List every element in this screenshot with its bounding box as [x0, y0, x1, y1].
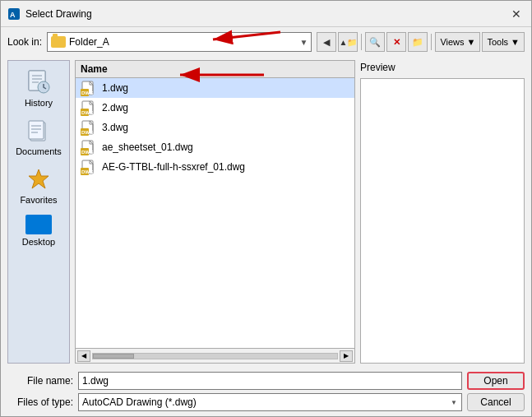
file-item-name: ae_sheetset_01.dwg	[102, 141, 193, 153]
preview-panel: Preview	[360, 60, 525, 364]
tools-dropdown[interactable]: Tools ▼	[482, 32, 525, 52]
file-item[interactable]: DWG 1.dwg	[76, 78, 354, 98]
close-button[interactable]: ✕	[508, 6, 525, 22]
dropdown-arrow-icon: ▼	[299, 38, 308, 47]
file-item[interactable]: DWG 2.dwg	[76, 98, 354, 118]
sidebar-item-desktop-label: Desktop	[22, 237, 55, 247]
dwg-file-icon: DWG	[81, 160, 97, 174]
title-bar: A Select Drawing ✕	[1, 1, 531, 27]
views-label: Views	[440, 37, 464, 47]
files-of-type-wrapper: AutoCAD Drawing (*.dwg)	[78, 393, 462, 411]
cancel-button[interactable]: Cancel	[467, 393, 525, 411]
preview-label: Preview	[360, 60, 525, 75]
title-bar-left: A Select Drawing	[7, 7, 92, 21]
scroll-right-button[interactable]: ▶	[340, 350, 353, 362]
sidebar-item-history[interactable]: History	[11, 66, 67, 111]
dwg-file-icon: DWG	[81, 100, 97, 115]
file-item-name: 3.dwg	[102, 122, 128, 133]
select-drawing-dialog: A Select Drawing ✕ Look in: Folder_A ▼ ◀…	[0, 0, 532, 417]
separator2	[431, 34, 432, 50]
search-icon: 🔍	[369, 37, 381, 48]
look-in-label: Look in:	[7, 36, 42, 48]
file-item[interactable]: DWG ae_sheetset_01.dwg	[76, 137, 354, 157]
folder-name: Folder_A	[69, 36, 109, 48]
svg-text:DWG: DWG	[81, 150, 94, 155]
files-of-type-row: Files of type: AutoCAD Drawing (*.dwg) C…	[7, 393, 525, 411]
files-of-type-label: Files of type:	[7, 396, 73, 408]
file-list[interactable]: DWG 1.dwg DWG 2.dwg DWG 3.dwg	[75, 77, 355, 349]
sidebar-item-documents-label: Documents	[16, 146, 62, 156]
search-button[interactable]: 🔍	[365, 32, 385, 52]
look-in-dropdown[interactable]: Folder_A ▼	[47, 32, 312, 52]
dwg-file-icon: DWG	[81, 140, 97, 155]
app-icon: A	[7, 7, 21, 21]
new-folder-button[interactable]: 📁	[408, 32, 428, 52]
history-icon	[25, 69, 52, 95]
delete-icon: ✕	[393, 37, 400, 48]
bottom-area: File name: Open Files of type: AutoCAD D…	[1, 367, 531, 416]
scroll-left-button[interactable]: ◀	[77, 350, 90, 362]
sidebar-item-history-label: History	[25, 98, 53, 108]
toolbar-row: Look in: Folder_A ▼ ◀ ▲📁 🔍 ✕ 📁	[1, 27, 531, 57]
sidebar-item-favorites[interactable]: Favorites	[11, 163, 67, 208]
svg-marker-13	[29, 169, 49, 188]
file-item[interactable]: DWG 3.dwg	[76, 118, 354, 137]
back-icon: ◀	[323, 37, 330, 48]
sidebar-item-desktop[interactable]: Desktop	[11, 211, 67, 250]
file-area: Name DWG 1.dwg DWG 2.dwg	[75, 60, 355, 364]
dwg-file-icon: DWG	[81, 120, 97, 135]
preview-box	[360, 78, 525, 364]
file-item-name: AE-G-TTBL-full-h-ssxref_01.dwg	[102, 161, 245, 173]
sidebar-item-documents[interactable]: Documents	[11, 114, 67, 160]
nav-buttons: ◀ ▲📁 🔍 ✕ 📁 Views ▼ Tools ▼	[317, 32, 525, 52]
new-folder-icon: 📁	[412, 37, 423, 48]
separator	[361, 34, 362, 50]
views-dropdown[interactable]: Views ▼	[435, 32, 480, 52]
horizontal-scrollbar[interactable]: ◀ ▶	[75, 349, 355, 364]
up-icon: ▲📁	[339, 38, 357, 47]
dwg-file-icon: DWG	[81, 81, 97, 95]
sidebar: History Documents Favorites	[7, 60, 70, 364]
scroll-track[interactable]	[92, 353, 338, 359]
file-name-input[interactable]	[78, 372, 462, 390]
back-button[interactable]: ◀	[317, 32, 336, 52]
svg-text:DWG: DWG	[81, 169, 94, 174]
svg-text:A: A	[10, 11, 16, 19]
favorites-icon	[25, 166, 52, 192]
delete-button[interactable]: ✕	[386, 32, 406, 52]
documents-icon	[25, 118, 52, 144]
svg-rect-9	[29, 121, 44, 139]
file-list-header: Name	[75, 60, 355, 77]
file-name-row: File name: Open	[7, 372, 525, 390]
main-area: History Documents Favorites	[1, 57, 531, 367]
desktop-icon	[25, 215, 52, 234]
up-folder-button[interactable]: ▲📁	[338, 32, 358, 52]
views-arrow-icon: ▼	[467, 37, 476, 47]
file-item-name: 2.dwg	[102, 102, 128, 114]
tools-label: Tools	[487, 37, 508, 47]
svg-text:DWG: DWG	[81, 130, 94, 135]
tools-arrow-icon: ▼	[511, 37, 520, 47]
files-of-type-select[interactable]: AutoCAD Drawing (*.dwg)	[78, 393, 462, 411]
sidebar-item-favorites-label: Favorites	[20, 195, 57, 205]
action-buttons: Open	[467, 372, 525, 390]
folder-icon	[51, 36, 66, 48]
file-name-label: File name:	[7, 375, 73, 387]
open-button[interactable]: Open	[467, 372, 525, 390]
svg-text:DWG: DWG	[81, 90, 94, 95]
scroll-thumb[interactable]	[93, 354, 134, 359]
file-item-name: 1.dwg	[102, 82, 128, 94]
file-item[interactable]: DWG AE-G-TTBL-full-h-ssxref_01.dwg	[76, 157, 354, 177]
svg-text:DWG: DWG	[81, 110, 94, 115]
dialog-title: Select Drawing	[25, 8, 92, 20]
